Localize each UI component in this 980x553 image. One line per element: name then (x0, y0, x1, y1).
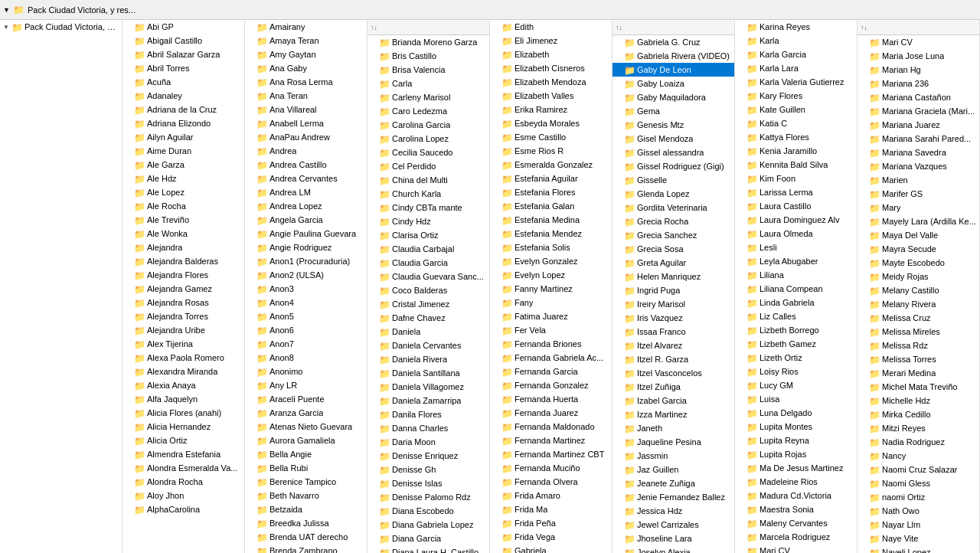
folder-item[interactable]: 📁Mariana Vazques (858, 159, 979, 173)
folder-item[interactable]: 📁Almendra Estefania (122, 447, 244, 461)
folder-item[interactable]: 📁Michelle Hdz (858, 394, 979, 407)
folder-item[interactable]: 📁Alex Tijerina (122, 337, 244, 351)
folder-item[interactable]: 📁Church Karla (368, 187, 489, 201)
folder-item[interactable]: 📁naomi Ortiz (858, 490, 979, 504)
folder-item[interactable]: 📁Cindy CBTa mante (368, 201, 489, 214)
folder-item[interactable]: 📁AnaPau Andrew (245, 130, 367, 144)
folder-item[interactable]: 📁Mariana Juarez (858, 118, 979, 132)
folder-item[interactable]: 📁Laura Castillo (735, 199, 857, 213)
folder-item[interactable]: 📁Estefania Aguilar (490, 172, 612, 185)
folder-item[interactable]: 📁Fernanda Briones (490, 337, 612, 351)
folder-item[interactable]: 📁Naomi Cruz Salazar (858, 463, 979, 476)
folder-item[interactable]: 📁Fer Vela (490, 323, 612, 337)
folder-item[interactable]: 📁Eli Jimenez (490, 34, 612, 47)
folder-item[interactable]: 📁Mitzi Reyes (858, 421, 979, 435)
folder-item[interactable]: 📁Mari CV (735, 544, 857, 553)
folder-item[interactable]: 📁Lizeth Ortiz (735, 351, 857, 365)
folder-item[interactable]: 📁Dafne Chavez (368, 311, 489, 325)
folder-item[interactable]: 📁Cecilia Saucedo (368, 146, 489, 159)
folder-item[interactable]: 📁Fernanda Huerta (490, 392, 612, 406)
folder-item[interactable]: 📁Marien (858, 173, 979, 187)
folder-item[interactable]: 📁Araceli Puente (245, 392, 367, 406)
folder-item[interactable]: 📁Beth Navarro (245, 489, 367, 502)
folder-item[interactable]: 📁Ale Rocha (122, 199, 244, 213)
folder-item[interactable]: 📁Luisa (735, 392, 857, 406)
folder-item[interactable]: 📁Ana Teran (245, 89, 367, 103)
folder-item[interactable]: 📁Ma De Jesus Martinez (735, 461, 857, 475)
folder-item[interactable]: 📁Izabel Garcia (612, 394, 734, 407)
folder-item[interactable]: 📁Denisse Palomo Rdz (368, 490, 489, 504)
folder-item[interactable]: 📁Angie Paulina Guevara (245, 227, 367, 241)
folder-item[interactable]: 📁Jessica Hdz (612, 504, 734, 518)
folder-item[interactable]: 📁Nayar Llm (858, 518, 979, 532)
folder-item[interactable]: 📁Linda Gabriela (735, 296, 857, 309)
folder-item[interactable]: 📁Anon2 (ULSA) (245, 268, 367, 282)
folder-item[interactable]: 📁Nadia Rodriguez (858, 435, 979, 449)
folder-item[interactable]: 📁Larissa Lerma (735, 185, 857, 199)
folder-item[interactable]: 📁Anabell Lerma (245, 116, 367, 130)
folder-item[interactable]: 📁Estefania Flores (490, 185, 612, 199)
folder-item[interactable]: 📁Claudia Carbajal (368, 242, 489, 256)
folder-item[interactable]: 📁Jewel Carrizales (612, 518, 734, 532)
folder-item[interactable]: 📁Alfa Jaquelyn (122, 392, 244, 406)
folder-item[interactable]: 📁Elizabeth Mendoza (490, 75, 612, 89)
folder-item[interactable]: 📁Lesli (735, 241, 857, 254)
folder-item[interactable]: 📁Andrea Cervantes (245, 172, 367, 185)
folder-item[interactable]: 📁Mayte Escobedo (858, 256, 979, 270)
folder-item[interactable]: 📁Edith (490, 20, 612, 34)
folder-item[interactable]: 📁Alejandra Balderas (122, 254, 244, 268)
folder-item[interactable]: 📁Esmeralda Gonzalez (490, 158, 612, 172)
folder-item[interactable]: 📁Anon1 (Procuraduria) (245, 254, 367, 268)
folder-item[interactable]: 📁Alicia Ortiz (122, 434, 244, 447)
folder-item[interactable]: 📁Grecia Rocha (612, 214, 734, 228)
folder-item[interactable]: 📁Joselyn Alexia (612, 545, 734, 553)
folder-item[interactable]: 📁Marcela Rodriguez (735, 530, 857, 544)
folder-item[interactable]: 📁Jaqueline Pesina (612, 435, 734, 449)
folder-item[interactable]: 📁Janeth (612, 421, 734, 435)
folder-item[interactable]: 📁Aranza Garcia (245, 406, 367, 420)
folder-item[interactable]: 📁Fernanda Olvera (490, 475, 612, 489)
folder-item[interactable]: 📁Frida Vega (490, 530, 612, 544)
folder-item[interactable]: 📁Danila Flores (368, 407, 489, 421)
folder-item[interactable]: 📁Diana Laura H. Castillo (368, 545, 489, 553)
folder-item[interactable]: 📁Melissa Rdz (858, 339, 979, 352)
folder-item[interactable]: 📁Atenas Nieto Guevara (245, 420, 367, 434)
folder-item[interactable]: 📁Brisa Valencia (368, 63, 489, 77)
folder-item[interactable]: 📁Jassmin (612, 449, 734, 463)
folder-item[interactable]: 📁Brianda Moreno Garza (368, 35, 489, 49)
folder-item[interactable]: 📁Caro Ledezma (368, 104, 489, 118)
folder-item[interactable]: 📁Bella Angie (245, 447, 367, 461)
folder-item[interactable]: 📁Brenda UAT derecho (245, 530, 367, 544)
folder-item[interactable]: 📁Glenda Lopez (612, 187, 734, 201)
folder-item[interactable]: 📁Maria Jose Luna (858, 49, 979, 63)
folder-item[interactable]: 📁Evelyn Gonzalez (490, 254, 612, 268)
folder-item[interactable]: 📁Greta Aguilar (612, 256, 734, 270)
folder-item[interactable]: 📁Elizabeth (490, 47, 612, 61)
folder-item[interactable]: 📁Karina Reyes (735, 20, 857, 34)
folder-item[interactable]: 📁Katia C (735, 116, 857, 130)
folder-item[interactable]: 📁Naomi Gless (858, 476, 979, 490)
folder-item[interactable]: 📁Gisselle (612, 173, 734, 187)
folder-item[interactable]: 📁Kate Guillen (735, 103, 857, 116)
folder-item[interactable]: 📁Itzel Zuñiga (612, 380, 734, 394)
folder-item[interactable]: 📁Fernanda Gonzalez (490, 378, 612, 392)
folder-item[interactable]: 📁Melissa Mireles (858, 325, 979, 339)
folder-item[interactable]: 📁Alexandra Miranda (122, 365, 244, 378)
folder-item[interactable]: 📁Andrea LM (245, 185, 367, 199)
folder-item[interactable]: 📁Liliana Compean (735, 282, 857, 296)
folder-item[interactable]: 📁Gabriela (490, 544, 612, 553)
folder-item[interactable]: 📁Carleny Marisol (368, 90, 489, 104)
folder-item[interactable]: 📁Melissa Cruz (858, 311, 979, 325)
folder-item[interactable]: 📁Amairany (245, 20, 367, 34)
folder-item[interactable]: 📁Diana Garcia (368, 532, 489, 545)
folder-item[interactable]: 📁Cindy Hdz (368, 214, 489, 228)
folder-item[interactable]: 📁Ale Garza (122, 158, 244, 172)
folder-item[interactable]: 📁Breedka Julissa (245, 516, 367, 530)
folder-item[interactable]: 📁Izza Martinez (612, 407, 734, 421)
folder-item[interactable]: 📁Ana Villareal (245, 103, 367, 116)
folder-item[interactable]: 📁Madura Cd.Victoria (735, 489, 857, 502)
folder-item[interactable]: 📁Mayra Secude (858, 242, 979, 256)
folder-item[interactable]: 📁Maleny Cervantes (735, 516, 857, 530)
folder-item[interactable]: 📁Itzel R. Garza (612, 352, 734, 366)
folder-item[interactable]: 📁Frida Ma (490, 502, 612, 516)
